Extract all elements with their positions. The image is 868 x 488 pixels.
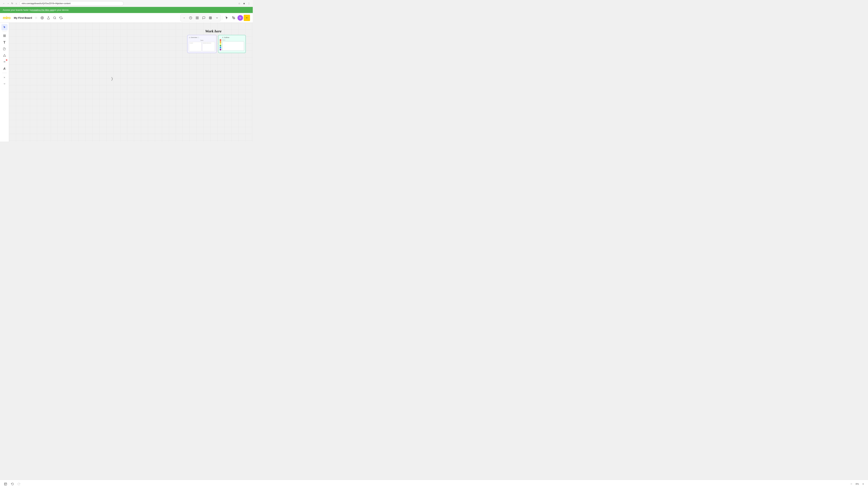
home-button[interactable]: ⌂ <box>14 2 18 5</box>
star-icon[interactable]: ☆ <box>35 16 37 20</box>
pen-tool-button[interactable] <box>1 59 8 65</box>
pen-mode-button[interactable] <box>230 15 237 21</box>
svg-point-14 <box>233 18 234 18</box>
overview-frame[interactable]: 1. Overview ⓘ Topic content details/mile… <box>187 35 217 53</box>
refresh-button[interactable]: ↻ <box>10 2 14 5</box>
letter-tool-button[interactable]: A <box>1 66 8 72</box>
outliner-color-dots <box>220 37 221 51</box>
frames-container: 1. Overview ⓘ Topic content details/mile… <box>187 35 246 53</box>
arrow-right-icon[interactable]: → <box>181 15 187 21</box>
view-controls: → <box>180 14 221 22</box>
sticky-note-tool-button[interactable] <box>1 46 8 52</box>
svg-rect-8 <box>197 18 198 19</box>
color-dot-red <box>220 39 221 41</box>
frame-topic-label: Topic <box>189 39 215 41</box>
install-link[interactable]: installing the Miro app <box>32 9 54 11</box>
frame-box-2[interactable]: details/milestones <box>202 42 215 51</box>
bookmark-icon[interactable]: ☆ <box>238 2 241 5</box>
cursor-mode-button[interactable] <box>224 15 230 21</box>
search-button[interactable] <box>52 15 58 21</box>
color-dot-blue <box>220 47 221 48</box>
svg-rect-5 <box>196 17 197 18</box>
color-dot-green <box>220 45 221 46</box>
work-here-label: Work here <box>205 29 221 33</box>
settings-button[interactable] <box>39 15 45 21</box>
outliner-box[interactable] <box>222 41 244 51</box>
frames-tool-button[interactable] <box>1 33 8 39</box>
more-options-icon[interactable] <box>214 15 220 21</box>
svg-rect-6 <box>197 17 198 18</box>
integrations-button[interactable] <box>58 15 64 21</box>
share-button[interactable] <box>45 15 51 21</box>
install-banner: Access your boards faster by installing … <box>0 7 253 13</box>
user-avatar[interactable]: U <box>238 15 243 21</box>
app-bar: miro My First Board ☆ → <box>0 13 253 23</box>
banner-text: Access your boards faster by <box>3 9 32 11</box>
svg-rect-9 <box>209 17 212 19</box>
banner-text-after: on your device. <box>54 9 69 11</box>
right-toolbar: → <box>180 14 250 22</box>
double-arrow-icon: » <box>4 76 5 78</box>
forward-button[interactable]: → <box>6 2 10 5</box>
svg-rect-18 <box>5 36 5 37</box>
svg-point-2 <box>54 17 56 19</box>
url-text: miro.com/app/board/uXjVOsvZ0Y8=/#tpicker… <box>22 2 70 5</box>
avatar-initials: U <box>239 17 241 19</box>
svg-rect-17 <box>3 36 4 37</box>
canvas-area[interactable]: Work here 1. Overview ⓘ Topic content de… <box>9 23 253 141</box>
color-dot-purple <box>220 49 221 50</box>
app-bar-icons <box>39 15 64 21</box>
browser-chrome: ← → ↻ ⌂ miro.com/app/board/uXjVOsvZ0Y8=/… <box>0 0 253 7</box>
timer-icon[interactable] <box>187 15 194 21</box>
svg-rect-7 <box>196 18 197 19</box>
nav-buttons: ← → ↻ ⌂ <box>2 2 18 5</box>
outliner-content: 2. Outliner Notes <box>222 37 244 51</box>
svg-rect-15 <box>3 35 4 36</box>
left-toolbar: T A » <box>0 23 9 141</box>
text-tool-button[interactable]: T <box>1 39 8 45</box>
address-bar[interactable]: miro.com/app/board/uXjVOsvZ0Y8=/#tpicker… <box>20 1 124 6</box>
cursor-hand: 〉 <box>112 76 113 81</box>
extensions-icon[interactable]: ■ <box>242 2 246 5</box>
frame-box-1[interactable]: content <box>189 42 202 51</box>
svg-line-3 <box>55 19 56 19</box>
frame-1-label: 1. Overview ⓘ <box>189 37 215 38</box>
expand-tools-button[interactable] <box>1 81 8 87</box>
outliner-label: 2. Outliner <box>222 37 244 38</box>
menu-icon[interactable]: ⋮ <box>247 2 251 5</box>
board-title[interactable]: My First Board <box>14 16 32 19</box>
color-dot-orange <box>220 41 221 43</box>
toolbar-separator-2 <box>2 73 7 73</box>
main-layout: T A » <box>0 23 253 141</box>
frame-inner-boxes: content details/milestones <box>189 42 215 51</box>
back-button[interactable]: ← <box>2 2 5 5</box>
frames-icon[interactable] <box>194 15 200 21</box>
shapes-tool-button[interactable] <box>1 53 8 59</box>
miro-logo[interactable]: miro <box>3 15 10 20</box>
outliner-notes-label: Notes <box>222 39 244 41</box>
browser-actions: ☆ ■ ⋮ <box>238 2 251 5</box>
notification-dot <box>6 59 7 61</box>
comment-icon[interactable] <box>201 15 207 21</box>
svg-rect-16 <box>5 35 5 36</box>
frame-box-1-label: content <box>189 42 202 44</box>
select-tool-button[interactable] <box>1 24 8 30</box>
svg-point-0 <box>42 18 42 18</box>
table-icon[interactable] <box>207 15 214 21</box>
more-tools-button[interactable]: » <box>1 74 8 80</box>
frame-box-2-label: details/milestones <box>203 42 215 44</box>
outliner-frame[interactable]: 2. Outliner Notes <box>218 35 246 53</box>
color-dot-yellow <box>220 43 221 44</box>
more-apps-button[interactable]: + <box>244 15 250 21</box>
toolbar-separator-1 <box>2 31 7 32</box>
